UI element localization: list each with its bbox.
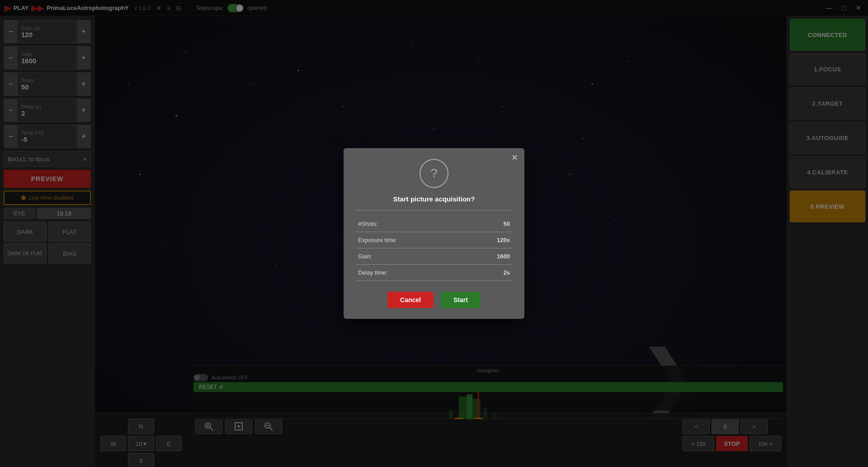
modal-exposure-row: Exposure time: 120s [356,232,512,248]
modal-title: Start picture acquisition? [356,195,512,203]
question-symbol: ? [430,166,438,181]
modal-shots-value: 50 [504,220,510,227]
modal-cancel-button[interactable]: Cancel [387,292,434,308]
modal-close-button[interactable]: ✕ [511,153,518,163]
modal-shots-row: #Shots: 50 [356,216,512,232]
modal-delay-value: 2s [504,269,510,276]
modal-shots-label: #Shots: [358,220,378,227]
modal-exposure-label: Exposure time: [358,237,397,243]
modal-overlay: ✕ ? Start picture acquisition? #Shots: 5… [0,0,868,467]
modal-start-button[interactable]: Start [441,292,481,308]
modal-actions: Cancel Start [356,292,512,308]
modal-gain-label: Gain: [358,253,372,260]
modal-dialog: ✕ ? Start picture acquisition? #Shots: 5… [344,148,524,319]
modal-exposure-value: 120s [497,237,510,243]
modal-question-icon: ? [420,159,448,188]
modal-gain-value: 1600 [497,253,510,260]
modal-gain-row: Gain: 1600 [356,248,512,265]
modal-delay-label: Delay time: [358,269,387,276]
modal-delay-row: Delay time: 2s [356,265,512,281]
modal-divider [356,210,512,210]
